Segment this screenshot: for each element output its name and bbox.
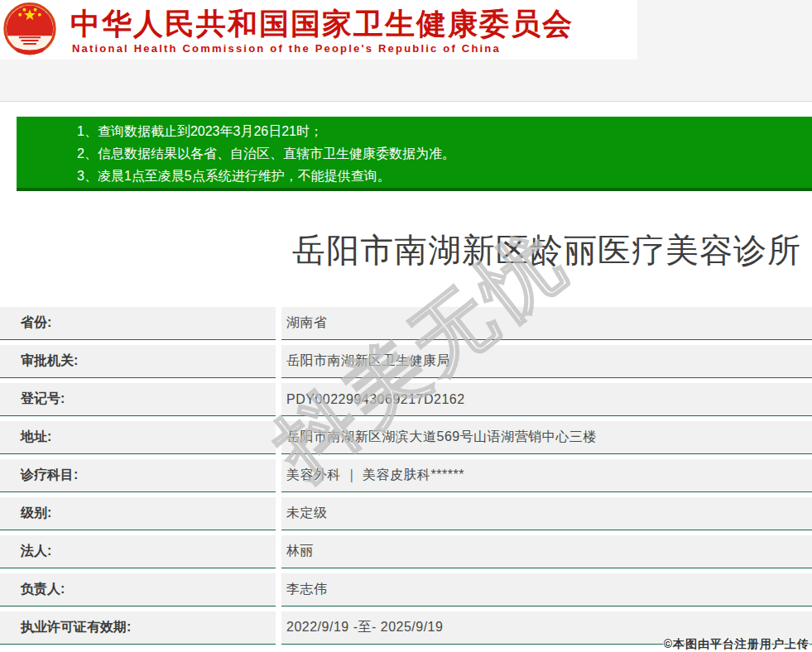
field-label: 执业许可证有效期: (0, 611, 276, 645)
field-label: 诊疗科目: (0, 459, 276, 492)
field-label: 审批机关: (0, 345, 276, 378)
field-row: 登记号: PDY00229943069217D2162 (0, 383, 812, 416)
field-value: 湖南省 (281, 307, 812, 340)
field-row: 诊疗科目: 美容外科 ｜ 美容皮肤科****** (0, 459, 812, 492)
column-gap (276, 345, 281, 378)
org-name-english: National Health Commission of the People… (72, 42, 501, 55)
column-gap (276, 611, 281, 645)
field-row: 省份: 湖南省 (0, 307, 812, 340)
notice-item: 3、凌晨1点至凌晨5点系统进行维护，不能提供查询。 (77, 165, 804, 187)
field-label: 地址: (0, 421, 276, 454)
column-gap (276, 497, 281, 530)
column-gap (276, 421, 281, 454)
field-value: 林丽 (281, 535, 812, 568)
field-label: 登记号: (0, 383, 276, 416)
field-value: 岳阳市南湖新区湖滨大道569号山语湖营销中心三楼 (281, 421, 812, 454)
field-value: 李志伟 (281, 573, 812, 606)
field-value: 美容外科 ｜ 美容皮肤科****** (281, 459, 812, 492)
header-banner: 中华人民共和国国家卫生健康委员会 National Health Commiss… (0, 0, 637, 60)
field-label: 省份: (0, 307, 276, 340)
field-value: 岳阳市南湖新区卫生健康局 (281, 345, 812, 378)
org-name-chinese: 中华人民共和国国家卫生健康委员会 (70, 4, 574, 45)
column-gap (276, 307, 281, 340)
field-value: PDY00229943069217D2162 (281, 383, 812, 416)
column-gap (276, 535, 281, 568)
page: 中华人民共和国国家卫生健康委员会 National Health Commiss… (0, 0, 812, 652)
column-gap (276, 573, 281, 606)
column-gap (276, 383, 281, 416)
field-row: 地址: 岳阳市南湖新区湖滨大道569号山语湖营销中心三楼 (0, 421, 812, 454)
prc-national-emblem-icon (2, 2, 57, 58)
footer-credit: ©本图由平台注册用户上传 (664, 637, 810, 652)
field-row: 法人: 林丽 (0, 535, 812, 568)
notice-box: 1、查询数据截止到2023年3月26日21时； 2、信息数据结果以各省、自治区、… (17, 117, 812, 191)
field-row: 审批机关: 岳阳市南湖新区卫生健康局 (0, 345, 812, 378)
clinic-name-title: 岳阳市南湖新区龄丽医疗美容诊所 (0, 229, 812, 271)
field-row: 级别: 未定级 (0, 497, 812, 530)
field-row: 负责人: 李志伟 (0, 573, 812, 606)
notice-item: 2、信息数据结果以各省、自治区、直辖市卫生健康委数据为准。 (77, 142, 804, 165)
field-label: 负责人: (0, 573, 276, 606)
column-gap (276, 459, 281, 492)
notice-item: 1、查询数据截止到2023年3月26日21时； (77, 120, 804, 142)
field-value: 未定级 (281, 497, 812, 530)
info-table: 省份: 湖南省 审批机关: 岳阳市南湖新区卫生健康局 登记号: PDY00229… (0, 307, 812, 650)
field-label: 法人: (0, 535, 276, 568)
field-label: 级别: (0, 497, 276, 530)
top-band: 中华人民共和国国家卫生健康委员会 National Health Commiss… (0, 0, 812, 102)
